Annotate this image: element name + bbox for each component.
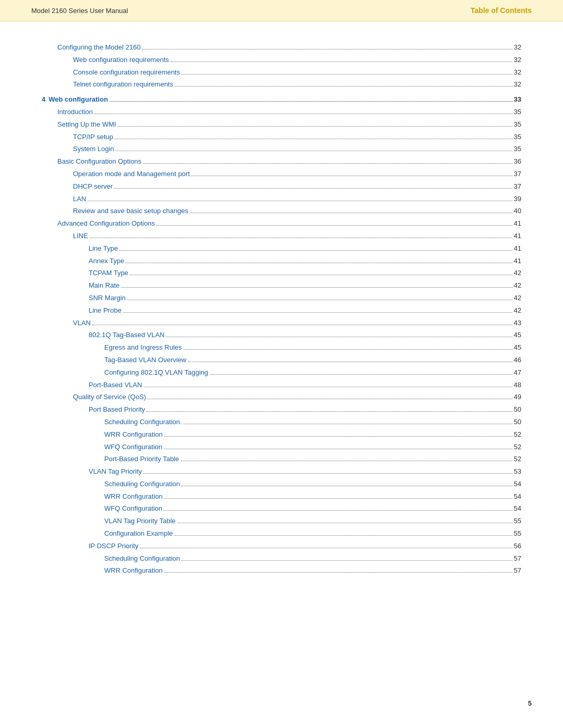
toc-link[interactable]: VLAN Tag Priority xyxy=(89,466,142,477)
toc-link[interactable]: Console configuration requirements xyxy=(73,67,180,78)
toc-row: Scheduling Configuration57 xyxy=(42,553,521,564)
toc-link[interactable]: Tag-Based VLAN Overview xyxy=(104,355,187,366)
toc-page: 40 xyxy=(514,206,521,217)
toc-link[interactable]: Line Type xyxy=(89,243,118,254)
toc-link[interactable]: Port-Based VLAN xyxy=(89,380,142,391)
toc-link[interactable]: DHCP server xyxy=(73,181,113,192)
toc-page: 42 xyxy=(514,280,521,291)
toc-dots xyxy=(121,287,512,288)
toc-dots xyxy=(92,325,512,325)
toc-link[interactable]: IP DSCP Priority xyxy=(89,541,139,552)
toc-link[interactable]: Scheduling Configuration. xyxy=(104,417,182,428)
toc-row: IP DSCP Priority56 xyxy=(42,541,521,552)
toc-row: Configuration Example55 xyxy=(42,528,521,539)
toc-link[interactable]: Introduction xyxy=(57,107,93,118)
toc-row: Advanced Configuration Options41 xyxy=(42,218,521,229)
toc-dots xyxy=(183,424,512,424)
toc-link[interactable]: VLAN xyxy=(73,318,91,329)
toc-dots xyxy=(183,349,512,350)
toc-link[interactable]: Review and save basic setup changes xyxy=(73,206,188,217)
toc-row: Annex Type41 xyxy=(42,256,521,267)
toc-dots xyxy=(188,362,512,362)
toc-link[interactable]: LINE xyxy=(73,231,88,242)
chapter-title[interactable]: Web configuration xyxy=(48,94,108,105)
toc-row: Web configuration requirements32 xyxy=(42,55,521,66)
toc-row: System Login35 xyxy=(42,144,521,155)
toc-dots xyxy=(142,49,512,50)
toc-dots xyxy=(140,548,512,548)
toc-link[interactable]: Line Probe xyxy=(89,305,121,316)
toc-dots xyxy=(116,151,512,151)
chapter-number: 4 xyxy=(42,94,45,105)
toc-row: VLAN Tag Priority Table55 xyxy=(42,516,521,527)
toc-link[interactable]: Main Rate xyxy=(89,280,119,291)
toc-link[interactable]: WRR Configuration xyxy=(104,491,163,502)
toc-link[interactable]: TCPAM Type xyxy=(89,268,128,279)
toc-page: 45 xyxy=(514,342,521,353)
toc-chapter-row: 4Web configuration33 xyxy=(42,94,521,105)
toc-page: 53 xyxy=(514,466,521,477)
toc-row: VLAN Tag Priority53 xyxy=(42,466,521,477)
toc-row: WFQ Configuration52 xyxy=(42,442,521,453)
toc-dots xyxy=(210,374,512,375)
toc-link[interactable]: Port-Based Priority Table xyxy=(104,454,179,465)
toc-link[interactable]: Configuring the Model 2160 xyxy=(57,42,141,53)
toc-link[interactable]: Configuration Example xyxy=(104,528,173,539)
header-right: Table of Contents xyxy=(471,6,532,15)
toc-dots xyxy=(118,126,512,127)
toc-dots xyxy=(114,188,512,189)
toc-link[interactable]: WRR Configuration xyxy=(104,429,163,440)
toc-link[interactable]: Annex Type xyxy=(89,256,124,267)
toc-page: 35 xyxy=(514,132,521,143)
toc-link[interactable]: Telnet configuration requirements xyxy=(73,79,173,90)
toc-dots xyxy=(164,572,512,573)
toc-link[interactable]: LAN xyxy=(73,194,86,205)
toc-dots xyxy=(177,523,512,523)
toc-link[interactable]: WFQ Configuration xyxy=(104,503,162,514)
toc-page: 49 xyxy=(514,392,521,403)
toc-row: TCP/IP setup35 xyxy=(42,132,521,143)
toc-link[interactable]: Web configuration requirements xyxy=(73,55,169,66)
toc-link[interactable]: Scheduling Configuration xyxy=(104,479,180,490)
toc-link[interactable]: Operation mode and Management port xyxy=(73,169,190,180)
toc-row: Line Probe42 xyxy=(42,305,521,316)
toc-dots xyxy=(143,163,512,164)
toc-dots xyxy=(148,399,512,399)
toc-dots xyxy=(88,201,512,201)
toc-dots xyxy=(130,275,512,275)
toc-link[interactable]: Scheduling Configuration xyxy=(104,553,180,564)
toc-page: 54 xyxy=(514,479,521,490)
toc-link[interactable]: Egress and Ingress Rules xyxy=(104,342,182,353)
toc-link[interactable]: WRR Configuration xyxy=(104,565,163,576)
toc-dots xyxy=(127,300,512,300)
toc-dots xyxy=(191,176,512,176)
toc-link[interactable]: System Login xyxy=(73,144,114,155)
toc-link[interactable]: WFQ Configuration xyxy=(104,442,162,453)
toc-dots xyxy=(175,86,512,87)
toc-link[interactable]: 802.1Q Tag-Based VLAN xyxy=(89,330,165,341)
toc-page: 52 xyxy=(514,429,521,440)
toc-page: 36 xyxy=(514,156,521,167)
toc-dots xyxy=(181,461,512,461)
toc-dots xyxy=(181,560,512,561)
toc-link[interactable]: Setting Up the WMI xyxy=(57,119,116,130)
toc-page: 56 xyxy=(514,541,521,552)
toc-link[interactable]: VLAN Tag Priority Table xyxy=(104,516,176,527)
toc-page: 42 xyxy=(514,305,521,316)
toc-page: 37 xyxy=(514,181,521,192)
toc-row: Operation mode and Management port37 xyxy=(42,169,521,180)
toc-row: Introduction35 xyxy=(42,107,521,118)
main-content: Configuring the Model 216032Web configur… xyxy=(0,21,563,609)
toc-row: Port Based Priority50 xyxy=(42,404,521,415)
toc-page: 35 xyxy=(514,144,521,155)
toc-link[interactable]: Quality of Service (QoS) xyxy=(73,392,146,403)
toc-link[interactable]: TCP/IP setup xyxy=(73,132,113,143)
toc-page: 54 xyxy=(514,491,521,502)
toc-link[interactable]: Advanced Configuration Options xyxy=(57,218,155,229)
toc-row: Quality of Service (QoS)49 xyxy=(42,392,521,403)
toc-link[interactable]: SNR Margin xyxy=(89,293,126,304)
toc-link[interactable]: Port Based Priority xyxy=(89,404,145,415)
toc-link[interactable]: Configuring 802.1Q VLAN Tagging xyxy=(104,367,208,378)
toc-link[interactable]: Basic Configuration Options xyxy=(57,156,141,167)
toc-row: WRR Configuration52 xyxy=(42,429,521,440)
